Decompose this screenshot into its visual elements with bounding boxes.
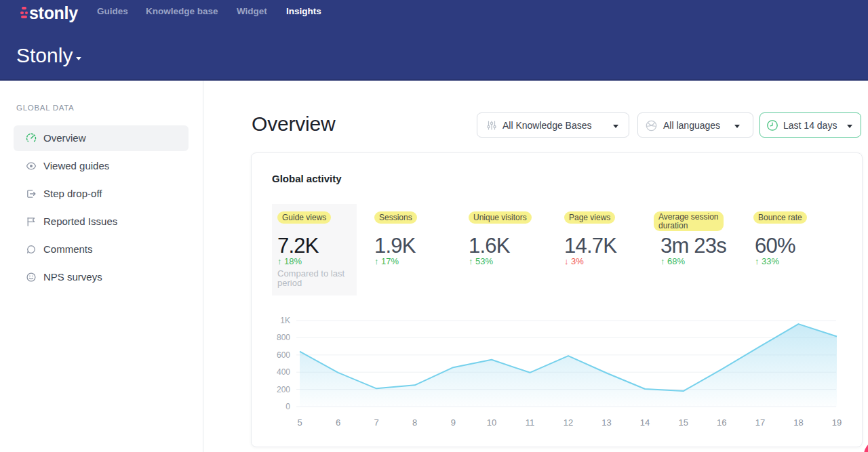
svg-text:400: 400: [277, 367, 290, 377]
svg-text:6: 6: [336, 417, 340, 428]
svg-text:200: 200: [277, 385, 290, 394]
svg-text:7: 7: [374, 417, 378, 428]
svg-text:17: 17: [755, 417, 765, 428]
svg-text:12: 12: [564, 417, 573, 428]
svg-text:16: 16: [717, 417, 726, 428]
svg-text:800: 800: [277, 333, 290, 342]
svg-text:18: 18: [793, 417, 803, 428]
svg-text:9: 9: [451, 417, 456, 428]
svg-text:10: 10: [487, 417, 496, 428]
svg-text:1K: 1K: [280, 316, 290, 325]
svg-text:11: 11: [526, 417, 535, 428]
svg-text:14: 14: [640, 417, 650, 428]
svg-text:5: 5: [297, 417, 302, 428]
svg-text:0: 0: [285, 402, 290, 411]
svg-text:8: 8: [412, 417, 417, 428]
svg-text:15: 15: [678, 417, 688, 428]
svg-text:19: 19: [832, 417, 842, 428]
svg-text:13: 13: [601, 417, 611, 428]
svg-text:600: 600: [277, 350, 290, 360]
